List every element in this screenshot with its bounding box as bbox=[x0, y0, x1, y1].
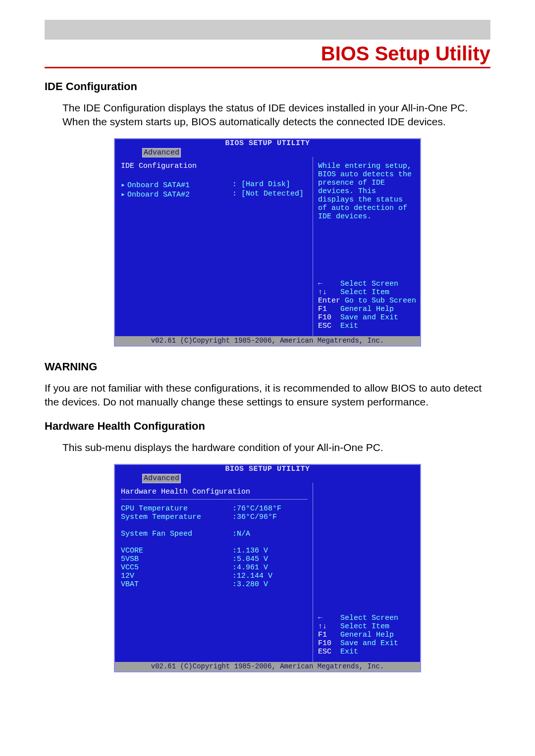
help-key-text: General Help bbox=[340, 631, 394, 639]
help-key: ↑↓ bbox=[318, 622, 327, 631]
bios1-row-0-value: [Hard Disk] bbox=[241, 180, 290, 189]
bios2-row-4 bbox=[121, 538, 308, 547]
help-key-text: Select Item bbox=[340, 288, 389, 297]
bios2-row-label: 5VSB bbox=[121, 555, 232, 563]
help-key: ← bbox=[318, 614, 322, 622]
help-key-text: Select Item bbox=[340, 622, 389, 631]
bios2-row-label: VCC5 bbox=[121, 563, 232, 572]
bios2-row-value: :3.280 V bbox=[232, 580, 308, 589]
bios-tab-bar: Advanced bbox=[115, 474, 420, 483]
bios2-row-value: :76°C/168°F bbox=[232, 504, 308, 513]
help-key-text: Save and Exit bbox=[340, 639, 398, 648]
bios1-row-1-label: Onboard SATA#2 bbox=[127, 191, 190, 199]
warning-heading: WARNING bbox=[45, 360, 490, 373]
bios2-help-keys: ← Select Screen ↑↓ Select Item F1 Genera… bbox=[318, 614, 416, 656]
bios2-section-title: Hardware Health Configuration bbox=[121, 488, 308, 496]
help-key: ESC bbox=[318, 648, 331, 656]
bios2-row-value: :N/A bbox=[232, 530, 308, 538]
bios1-section-title: IDE Configuration bbox=[121, 162, 308, 170]
help-key-text: Save and Exit bbox=[340, 313, 398, 322]
help-key-text: General Help bbox=[340, 305, 394, 313]
bios2-row-0: CPU Temperature:76°C/168°F bbox=[121, 504, 308, 513]
page-header-title: BIOS Setup Utility bbox=[45, 43, 490, 68]
warning-text: If you are not familiar with these confi… bbox=[45, 381, 490, 409]
bios1-help-text: While entering setup, BIOS auto detects … bbox=[318, 162, 416, 221]
bios2-row-1: System Temperature:36°C/96°F bbox=[121, 513, 308, 521]
bios1-help-keys: ← Select Screen ↑↓ Select Item Enter Go … bbox=[318, 280, 416, 330]
bios2-row-value: :12.144 V bbox=[232, 572, 308, 580]
bios2-row-value: :1.136 V bbox=[232, 547, 308, 555]
bios-screen-ide: BIOS SETUP UTILITY Advanced IDE Configur… bbox=[114, 138, 421, 347]
triangle-icon: ▸ bbox=[121, 191, 125, 199]
bios2-row-label: 12V bbox=[121, 572, 232, 580]
bios1-row-0-label: Onboard SATA#1 bbox=[127, 181, 190, 190]
help-key-text: Go to Sub Screen bbox=[345, 297, 416, 305]
bios-title: BIOS SETUP UTILITY bbox=[115, 465, 420, 474]
bios2-row-label: System Temperature bbox=[121, 513, 232, 521]
header-grey-bar bbox=[45, 20, 490, 40]
bios-tab-advanced[interactable]: Advanced bbox=[143, 149, 180, 157]
bios2-row-value: :36°C/96°F bbox=[232, 513, 308, 521]
bios-screen-health: BIOS SETUP UTILITY Advanced Hardware Hea… bbox=[114, 464, 421, 672]
bios2-row-label: System Fan Speed bbox=[121, 530, 232, 538]
help-key-text: Exit bbox=[340, 648, 358, 656]
bios-tab-bar: Advanced bbox=[115, 149, 420, 157]
help-key: F10 bbox=[318, 639, 331, 648]
bios2-row-label: VCORE bbox=[121, 547, 232, 555]
bios2-row-9: VBAT:3.280 V bbox=[121, 580, 308, 589]
hardware-heading: Hardware Health Configuration bbox=[45, 420, 490, 433]
triangle-icon: ▸ bbox=[121, 181, 125, 190]
bios2-row-label: CPU Temperature bbox=[121, 504, 232, 513]
bios2-row-7: VCC5:4.961 V bbox=[121, 563, 308, 572]
bios-tab-advanced[interactable]: Advanced bbox=[143, 474, 180, 483]
bios1-row-1-value: [Not Detected] bbox=[241, 190, 304, 198]
bios2-row-8: 12V:12.144 V bbox=[121, 572, 308, 580]
help-key: Enter bbox=[318, 297, 340, 305]
bios1-row-1[interactable]: ▸Onboard SATA#2 : [Not Detected] bbox=[121, 190, 308, 199]
help-key: ← bbox=[318, 280, 322, 288]
help-key: F10 bbox=[318, 313, 331, 322]
bios1-row-0[interactable]: ▸Onboard SATA#1 : [Hard Disk] bbox=[121, 180, 308, 190]
help-key: F1 bbox=[318, 305, 327, 313]
bios2-row-label: VBAT bbox=[121, 580, 232, 589]
ide-description: The IDE Configuration displays the statu… bbox=[62, 101, 490, 129]
help-key-text: Exit bbox=[340, 322, 358, 330]
hardware-description: This sub-menu displays the hardware cond… bbox=[62, 441, 490, 454]
bios2-row-5: VCORE:1.136 V bbox=[121, 547, 308, 555]
bios-title: BIOS SETUP UTILITY bbox=[115, 139, 420, 149]
bios2-row-3: System Fan Speed:N/A bbox=[121, 530, 308, 538]
help-key-text: Select Screen bbox=[340, 280, 398, 288]
bios-footer: v02.61 (C)Copyright 1985-2006, American … bbox=[115, 662, 420, 671]
ide-heading: IDE Configuration bbox=[45, 80, 490, 93]
help-key-text: Select Screen bbox=[340, 614, 398, 622]
help-key: ESC bbox=[318, 322, 331, 330]
bios2-row-value: :5.045 V bbox=[232, 555, 308, 563]
bios2-row-6: 5VSB:5.045 V bbox=[121, 555, 308, 563]
help-key: ↑↓ bbox=[318, 288, 327, 297]
bios2-row-2 bbox=[121, 521, 308, 530]
bios-footer: v02.61 (C)Copyright 1985-2006, American … bbox=[115, 336, 420, 346]
help-key: F1 bbox=[318, 631, 327, 639]
bios2-row-value: :4.961 V bbox=[232, 563, 308, 572]
